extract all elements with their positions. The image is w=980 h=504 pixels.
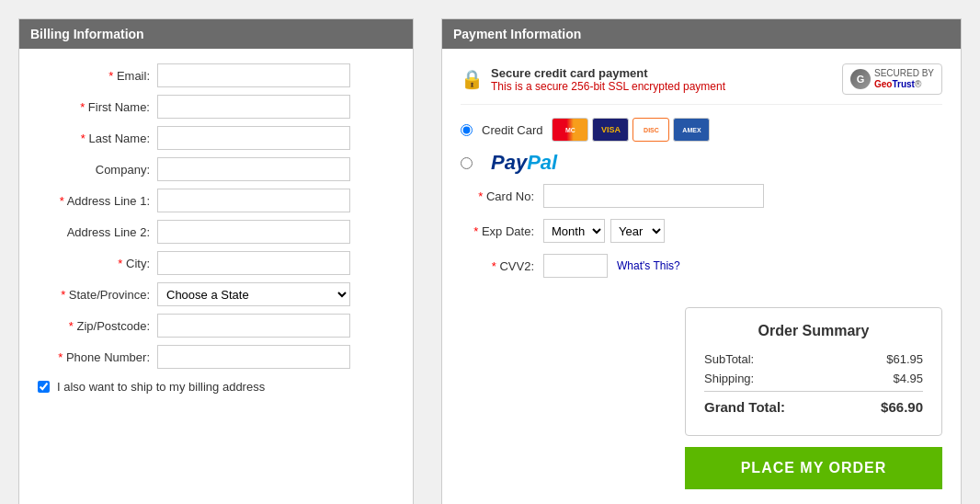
month-select[interactable]: Month 01020304 05060708 09101112 <box>543 219 605 243</box>
email-label: * Email: <box>38 69 157 83</box>
first-name-label: * First Name: <box>38 100 157 114</box>
card-icons: MC VISA DISC AMEX <box>552 118 710 142</box>
paypal-logo: PayPal <box>491 151 557 175</box>
visa-icon: VISA <box>592 118 629 142</box>
shipping-value: $4.95 <box>893 372 923 385</box>
billing-title: Billing Information <box>30 27 144 41</box>
order-summary-title: Order Summary <box>704 323 923 339</box>
whats-this-link[interactable]: What's This? <box>617 259 680 272</box>
grand-total-label: Grand Total: <box>704 399 785 415</box>
order-summary: Order Summary SubTotal: $61.95 Shipping:… <box>685 307 942 436</box>
payment-form-body: 🔒 Secure credit card payment This is a s… <box>442 49 961 504</box>
city-label: * City: <box>38 257 157 270</box>
credit-card-label: Credit Card <box>482 123 542 137</box>
cvv-wrapper: What's This? <box>543 254 680 278</box>
paypal-pay: Pay <box>491 151 527 174</box>
last-name-label: * Last Name: <box>38 132 157 145</box>
shipping-label: Shipping: <box>704 372 754 385</box>
subtotal-value: $61.95 <box>886 352 923 366</box>
paypal-pal: Pal <box>527 151 557 174</box>
geo-text: Geo <box>874 79 892 89</box>
exp-date-label: * Exp Date: <box>461 224 543 238</box>
payment-title: Payment Information <box>453 27 581 41</box>
amex-icon: AMEX <box>673 118 710 142</box>
address2-row: Address Line 2: <box>38 220 394 244</box>
last-name-input[interactable] <box>157 126 350 150</box>
mastercard-icon: MC <box>552 118 588 142</box>
city-row: * City: <box>38 251 394 275</box>
state-row: * State/Province: Choose a State <box>38 282 394 306</box>
geotrust-name: GeoTrust® <box>874 79 934 90</box>
zip-label: * Zip/Postcode: <box>38 319 157 333</box>
trust-text: Trust <box>892 79 914 89</box>
address2-input[interactable] <box>157 220 350 244</box>
zip-row: * Zip/Postcode: <box>38 314 394 338</box>
address1-input[interactable] <box>157 189 350 212</box>
state-select[interactable]: Choose a State <box>157 282 350 306</box>
secure-left: 🔒 Secure credit card payment This is a s… <box>461 66 725 93</box>
email-row: * Email: <box>38 63 394 87</box>
cvv-label: * CVV2: <box>461 259 543 273</box>
company-label: Company: <box>38 163 157 177</box>
paypal-radio[interactable] <box>461 157 473 169</box>
discover-icon: DISC <box>632 118 669 142</box>
year-select[interactable]: Year 2024202520262027 202820292030 <box>610 219 665 243</box>
ship-to-billing-checkbox[interactable] <box>38 381 50 393</box>
phone-row: * Phone Number: <box>38 345 394 369</box>
last-name-row: * Last Name: <box>38 126 394 150</box>
paypal-option: PayPal <box>461 151 942 175</box>
zip-input[interactable] <box>157 314 350 338</box>
card-no-row: * Card No: <box>461 184 942 208</box>
first-name-row: * First Name: <box>38 95 394 119</box>
address2-label: Address Line 2: <box>38 225 157 239</box>
payment-panel: Payment Information 🔒 Secure credit card… <box>441 18 962 504</box>
payment-panel-header: Payment Information <box>442 19 961 49</box>
geotrust-badge: G SECURED BY GeoTrust® <box>842 63 942 95</box>
grand-total-value: $66.90 <box>881 399 923 415</box>
place-order-button[interactable]: PLACE MY ORDER <box>685 447 942 489</box>
ship-to-billing-label: I also want to ship to my billing addres… <box>57 380 265 394</box>
secure-title: Secure credit card payment <box>491 66 725 80</box>
secure-text: Secure credit card payment This is a sec… <box>491 66 725 93</box>
billing-panel: Billing Information * Email: * First Nam… <box>18 18 414 504</box>
lock-icon: 🔒 <box>461 68 484 90</box>
card-number-input[interactable] <box>543 184 764 208</box>
order-summary-area: Order Summary SubTotal: $61.95 Shipping:… <box>461 289 942 489</box>
phone-label: * Phone Number: <box>38 350 157 364</box>
state-label: * State/Province: <box>38 288 157 302</box>
geotrust-logo: G <box>850 69 871 89</box>
shipping-row: Shipping: $4.95 <box>704 372 923 385</box>
grand-total-row: Grand Total: $66.90 <box>704 391 923 415</box>
secure-banner: 🔒 Secure credit card payment This is a s… <box>461 63 942 105</box>
secure-subtitle: This is a secure 256-bit SSL encrypted p… <box>491 80 725 93</box>
city-input[interactable] <box>157 251 350 275</box>
company-row: Company: <box>38 157 394 181</box>
subtotal-label: SubTotal: <box>704 352 754 366</box>
exp-date-row: * Exp Date: Month 01020304 05060708 0910… <box>461 219 942 243</box>
card-no-label: * Card No: <box>461 189 543 203</box>
exp-selects: Month 01020304 05060708 09101112 Year 20… <box>543 219 665 243</box>
address1-row: * Address Line 1: <box>38 189 394 212</box>
phone-input[interactable] <box>157 345 350 369</box>
ship-checkbox-row: I also want to ship to my billing addres… <box>38 380 394 394</box>
credit-card-option: Credit Card MC VISA DISC AMEX <box>461 118 942 142</box>
credit-card-radio[interactable] <box>461 124 473 136</box>
cvv-row: * CVV2: What's This? <box>461 254 942 278</box>
cvv-input[interactable] <box>543 254 608 278</box>
address1-label: * Address Line 1: <box>38 194 157 208</box>
card-form: * Card No: * Exp Date: Month 01020304 05… <box>461 184 942 278</box>
email-input[interactable] <box>157 63 350 87</box>
geotrust-secured-by: SECURED BY <box>874 68 934 79</box>
subtotal-row: SubTotal: $61.95 <box>704 352 923 366</box>
company-input[interactable] <box>157 157 350 181</box>
geotrust-text: SECURED BY GeoTrust® <box>874 68 934 90</box>
billing-form-body: * Email: * First Name: * Last Name: Comp… <box>19 49 413 408</box>
first-name-input[interactable] <box>157 95 350 119</box>
billing-panel-header: Billing Information <box>19 19 413 49</box>
